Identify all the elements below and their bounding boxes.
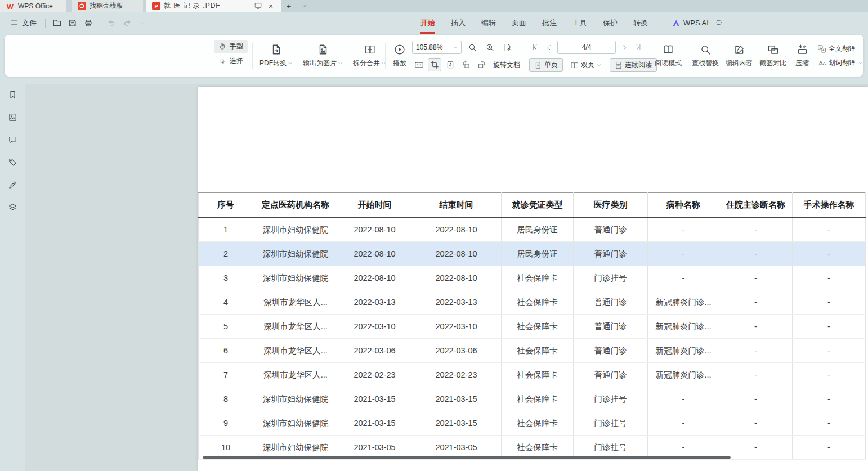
print-button[interactable]	[81, 16, 96, 30]
last-page-icon	[634, 43, 642, 51]
table-cell: 社会保障卡	[502, 411, 574, 436]
rotate-right-button[interactable]	[475, 58, 489, 71]
ribbon-search-button[interactable]	[715, 12, 724, 34]
document-viewport[interactable]: 序号定点医药机构名称开始时间结束时间就诊凭证类型医疗类别病种名称住院主诊断名称手…	[25, 84, 868, 471]
hand-tool-button[interactable]: 手型	[214, 40, 248, 53]
file-menu-button[interactable]: 文件	[6, 16, 41, 30]
export-image-label: 输出为图片	[303, 59, 337, 68]
open-file-button[interactable]	[50, 16, 64, 30]
rotate-document-button[interactable]: 旋转文档	[491, 60, 522, 70]
page-number-input[interactable]	[557, 41, 616, 54]
first-page-button[interactable]	[529, 41, 540, 53]
table-cell: 普通门诊	[574, 339, 648, 363]
wps-ai-button[interactable]: WPS AI	[672, 12, 709, 34]
table-cell: -	[719, 363, 793, 387]
previous-page-button[interactable]	[543, 41, 554, 53]
fit-page-button[interactable]	[428, 58, 441, 71]
tab-close-icon[interactable]: ×	[266, 1, 276, 11]
wps-ai-logo-icon	[672, 19, 681, 28]
docer-logo-icon	[78, 2, 86, 10]
search-icon	[715, 19, 724, 28]
full-translate-button[interactable]: 文A 全文翻译	[817, 44, 863, 53]
save-button[interactable]	[65, 16, 80, 30]
tab-list-chevron-icon[interactable]	[296, 0, 311, 12]
table-header-cell: 结束时间	[411, 193, 502, 218]
select-tool-button[interactable]: 选择	[214, 55, 248, 68]
table-cell: -	[793, 242, 866, 266]
table-row: 2深圳市妇幼保健院2022-08-102022-08-10居民身份证普通门诊--…	[199, 242, 866, 266]
table-cell: 2022-08-10	[338, 218, 411, 242]
tab-document-active[interactable]: P 就 医 记 录 .PDF ×	[146, 0, 281, 12]
next-page-button[interactable]	[619, 41, 630, 53]
tab-wps-home[interactable]: W WPS Office	[0, 0, 66, 12]
compress-button[interactable]: 压缩	[790, 35, 814, 77]
table-header-cell: 定点医药机构名称	[253, 193, 338, 218]
extract-page-button[interactable]	[500, 41, 514, 54]
table-cell: 2021-03-15	[338, 411, 411, 436]
split-merge-button[interactable]: 拆分合并	[350, 35, 389, 77]
ribbon-tab-4[interactable]: 批注	[534, 12, 565, 34]
pdf-convert-label: PDF转换	[259, 59, 287, 68]
layers-panel-button[interactable]	[6, 200, 19, 214]
table-header-cell: 手术操作名称	[793, 193, 866, 218]
pdf-convert-button[interactable]: PDF转换	[257, 35, 296, 77]
zoom-out-button[interactable]	[466, 41, 479, 54]
horizontal-scrollbar-thumb[interactable]	[203, 456, 731, 459]
table-cell: 3	[199, 266, 253, 290]
divider	[252, 43, 253, 69]
snapshot-compare-button[interactable]: 截图对比	[757, 35, 789, 77]
word-translate-button[interactable]: A 划词翻译	[817, 58, 863, 68]
last-page-button[interactable]	[633, 41, 644, 53]
double-page-toggle[interactable]: 双页	[566, 58, 606, 72]
table-cell: -	[793, 290, 866, 315]
ribbon-tab-6[interactable]: 保护	[595, 12, 625, 34]
bookmarks-panel-button[interactable]	[6, 88, 19, 101]
pdf-page: 序号定点医药机构名称开始时间结束时间就诊凭证类型医疗类别病种名称住院主诊断名称手…	[198, 87, 868, 471]
table-cell: -	[793, 266, 866, 290]
fit-height-button[interactable]	[444, 58, 457, 71]
ribbon-tab-1[interactable]: 插入	[443, 12, 473, 34]
table-cell: -	[648, 242, 719, 266]
file-menu-label: 文件	[22, 18, 37, 28]
comments-panel-button[interactable]	[6, 133, 19, 146]
zoom-in-button[interactable]	[483, 41, 496, 54]
signature-panel-button[interactable]	[6, 178, 19, 191]
table-cell: 社会保障卡	[502, 363, 574, 387]
ribbon-tab-0[interactable]: 开始	[413, 12, 443, 34]
table-row: 1深圳市妇幼保健院2022-08-102022-08-10居民身份证普通门诊--…	[199, 218, 866, 242]
table-cell: 2022-02-23	[411, 363, 502, 387]
convert-group: PDF转换 输出为图片 拆分合并	[257, 35, 389, 77]
actual-size-button[interactable]: 1:1	[412, 58, 426, 71]
find-replace-button[interactable]: 查找替换	[689, 35, 722, 77]
continuous-reading-toggle[interactable]: 连续阅读	[610, 58, 657, 72]
table-row: 8深圳市妇幼保健院2021-03-152021-03-15社会保障卡门诊挂号--…	[199, 387, 866, 411]
read-mode-label: 阅读模式	[655, 59, 682, 68]
redo-button[interactable]	[120, 16, 135, 30]
single-page-toggle[interactable]: 单页	[529, 58, 563, 72]
new-tab-button[interactable]: +	[281, 0, 296, 12]
ribbon-tab-7[interactable]: 转换	[625, 12, 656, 34]
tab-docer-templates[interactable]: 找稻壳模板	[72, 0, 143, 12]
rotate-left-button[interactable]	[459, 58, 473, 71]
page-navigation-group: 单页 双页 连续阅读	[529, 41, 657, 82]
tags-panel-button[interactable]	[6, 155, 19, 169]
ribbon-tab-3[interactable]: 页面	[504, 12, 534, 34]
ribbon-tab-5[interactable]: 工具	[565, 12, 595, 34]
zoom-level-select[interactable]: 105.88%	[412, 41, 462, 54]
full-translate-icon: 文A	[817, 44, 826, 53]
table-cell: 居民身份证	[502, 218, 574, 242]
undo-history-chevron-icon[interactable]	[136, 16, 150, 30]
table-cell: 2022-03-13	[411, 290, 502, 315]
thumbnail-icon	[8, 113, 17, 122]
present-monitor-icon[interactable]	[254, 2, 262, 10]
ribbon-tab-2[interactable]: 编辑	[473, 12, 504, 34]
play-button[interactable]: 播放	[388, 35, 411, 77]
document-title: 就 医 记 录 .PDF	[164, 1, 250, 11]
edit-content-button[interactable]: 编辑内容	[723, 35, 755, 77]
wps-ai-label: WPS AI	[683, 19, 709, 27]
undo-button[interactable]	[104, 16, 119, 30]
export-image-button[interactable]: 输出为图片	[300, 35, 346, 77]
read-mode-button[interactable]: 阅读模式	[651, 35, 686, 77]
thumbnails-panel-button[interactable]	[6, 110, 19, 124]
table-cell: 2022-03-06	[338, 339, 411, 363]
